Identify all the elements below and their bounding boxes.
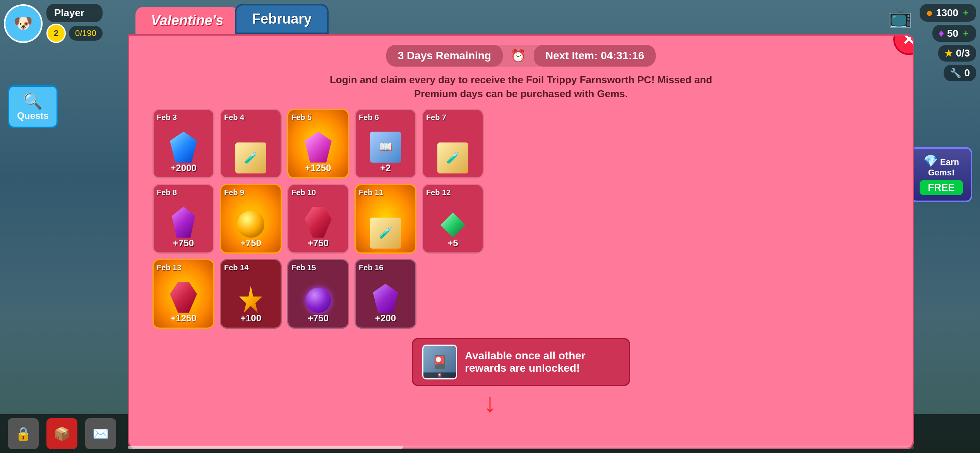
modal-body: ✕ 3 Days Remaining ⏰ Next Item: 04:31:16… [128,34,914,449]
reward-feb10[interactable]: Feb 10 +750 [287,184,349,254]
crystal-light-purple-icon [373,284,398,313]
reward-feb3[interactable]: Feb 3 +2000 [152,109,214,178]
special-display: 🔧 0 [944,65,976,81]
coins-display: ● 1300 ＋ [920,4,976,22]
earn-gems-button[interactable]: 💎 Earn Gems! FREE [910,147,972,202]
avatar: 🐶 [4,4,43,43]
rewards-row-2: Feb 8 +750 Feb 9 +750 Feb 10 +750 Feb 11 [152,184,484,254]
modal-container: Valentine's February ✕ 3 Days Remaining … [128,4,914,449]
scrollbar-track [128,446,914,449]
xp-value: 0/190 [75,28,96,38]
level-badge: 2 [46,24,66,43]
hud-top-left: 🐶 Player 2 0/190 [4,4,103,43]
desc-line1: Login and claim every day to receive the… [330,74,712,86]
timer-bar: 3 Days Remaining ⏰ Next Item: 04:31:16 [386,45,656,67]
scrollbar-area[interactable] [128,444,914,450]
crystal-redpurple2-icon [170,282,197,313]
crystal-blue-icon [170,132,197,163]
tab-bar: Valentine's February [128,4,914,34]
reward-feb5[interactable]: Feb 5 +1250 [287,109,349,178]
special-value: 0 [965,67,970,79]
close-icon: ✕ [902,34,914,48]
bonus-text: Available once all other rewards are unl… [465,350,620,374]
card-character-icon: 🧪 [235,142,266,173]
reward-feb9[interactable]: Feb 9 +750 [220,184,282,254]
next-item: Next Item: 04:31:16 [534,45,656,67]
card-char3-icon: 🧪 [370,218,401,249]
crystal-purple-icon [172,207,195,238]
next-item-time: 04:31:16 [601,50,644,62]
quests-button[interactable]: 🔍 Quests [8,85,58,128]
orb-purple-icon [306,288,331,313]
card-blue-icon: 📖 [370,132,401,163]
desc-line2: Premium days can be purchased with Gems. [414,88,628,100]
reward-feb13[interactable]: Feb 13 +1250 [152,259,214,329]
red-arrow: ↓ [483,387,497,418]
description: Login and claim every day to receive the… [330,73,712,101]
reward-feb15[interactable]: Feb 15 +750 [287,259,349,329]
premium-display: ★ 0/3 [938,45,976,62]
tab-february-label: February [252,11,312,27]
close-button[interactable]: ✕ [893,34,914,55]
crystal-red-purple-icon [305,207,332,238]
bonus-section: 🎴 🎴 Available once all other rewards are… [412,338,630,386]
reward-feb4[interactable]: Feb 4 🧪 [220,109,282,178]
scrollbar-thumb [128,446,403,449]
lock-icon: 🔒 [8,418,39,449]
orb-gold-icon [237,211,264,238]
rewards-row-3: Feb 13 +1250 Feb 14 +100 Feb 15 +750 Feb… [152,259,416,329]
next-item-label: Next Item: [545,50,598,62]
gem-sparkle-icon [239,286,262,313]
crystal-pink-icon [305,132,332,163]
tab-valentines-label: Valentine's [151,12,223,28]
rewards-row-1: Feb 3 +2000 Feb 4 🧪 Feb 5 +1250 Feb 6 � [152,109,484,178]
premium-value: 0/3 [956,47,970,59]
reward-feb12[interactable]: Feb 12 +5 [422,184,484,254]
alarm-icon: ⏰ [511,48,526,63]
gems-display: ♦ 50 ＋ [932,25,976,42]
chest-icon[interactable]: 📦 [46,418,77,449]
tab-february[interactable]: February [235,4,329,34]
card-char2-icon: 🧪 [437,142,468,173]
reward-feb8[interactable]: Feb 8 +750 [152,184,214,254]
reward-feb7[interactable]: Feb 7 🧪 [422,109,484,178]
gems-value: 50 [947,27,958,39]
reward-feb16[interactable]: Feb 16 +200 [355,259,416,329]
hud-top-right: ● 1300 ＋ ♦ 50 ＋ ★ 0/3 🔧 0 [920,4,976,81]
diamond-green-icon [440,213,466,238]
player-name: Player [46,4,103,22]
reward-feb11[interactable]: Feb 11 🧪 [355,184,416,254]
bonus-thumbnail: 🎴 🎴 [422,345,457,379]
reward-feb14[interactable]: Feb 14 +100 [220,259,282,329]
mail-icon[interactable]: ✉️ [85,418,116,449]
quests-label: Quests [17,110,49,121]
days-remaining: 3 Days Remaining [386,45,503,67]
tab-valentines[interactable]: Valentine's [135,7,239,34]
free-badge: FREE [920,180,963,195]
reward-feb6[interactable]: Feb 6 📖 +2 [355,109,416,178]
xp-bar: 0/190 [69,26,103,41]
rewards-grid: Feb 3 +2000 Feb 4 🧪 Feb 5 +1250 Feb 6 � [145,109,897,329]
coins-value: 1300 [936,7,958,19]
